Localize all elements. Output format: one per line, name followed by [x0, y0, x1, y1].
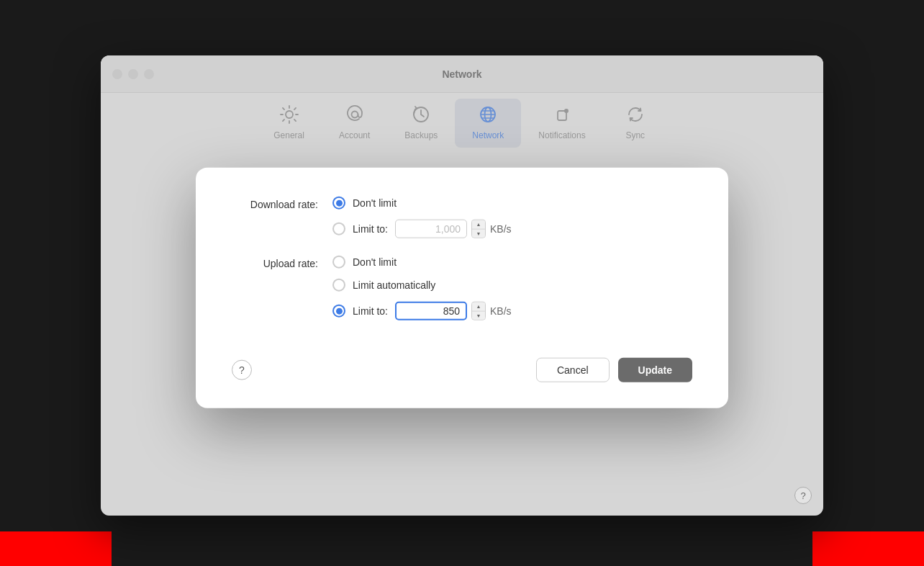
ul-dont-limit-text: Don't limit	[353, 256, 397, 268]
dl-limit-input[interactable]	[395, 220, 467, 238]
dl-stepper-down[interactable]: ▼	[472, 229, 485, 238]
ul-stepper-up[interactable]: ▲	[472, 302, 485, 312]
ul-limit-auto-radio[interactable]	[332, 279, 345, 292]
dialog-content: Download rate: Don't limit Limit to: ▲ ▼	[232, 197, 692, 382]
dl-limit-input-group: ▲ ▼ KB/s	[395, 220, 512, 238]
ul-unit: KB/s	[490, 305, 512, 317]
download-rate-section: Download rate: Don't limit Limit to: ▲ ▼	[232, 197, 692, 238]
upload-options: Don't limit Limit automatically Limit to…	[332, 256, 512, 320]
download-options: Don't limit Limit to: ▲ ▼ KB/s	[332, 197, 512, 238]
dl-stepper[interactable]: ▲ ▼	[471, 220, 486, 238]
network-dialog: Download rate: Don't limit Limit to: ▲ ▼	[196, 168, 728, 408]
dl-dont-limit-row[interactable]: Don't limit	[332, 197, 512, 210]
help-icon: ?	[239, 364, 245, 376]
update-button[interactable]: Update	[618, 358, 692, 382]
button-group: Cancel Update	[536, 358, 692, 382]
ul-limit-input[interactable]	[395, 302, 467, 320]
ul-limit-auto-row[interactable]: Limit automatically	[332, 279, 512, 292]
ul-stepper[interactable]: ▲ ▼	[471, 302, 486, 320]
upload-rate-label: Upload rate:	[232, 256, 332, 269]
dl-dont-limit-text: Don't limit	[353, 197, 397, 209]
ul-limit-input-group: ▲ ▼ KB/s	[395, 302, 512, 320]
ul-stepper-down[interactable]: ▼	[472, 311, 485, 320]
cancel-button[interactable]: Cancel	[536, 358, 610, 382]
ul-limit-to-text: Limit to:	[353, 305, 388, 317]
help-button[interactable]: ?	[232, 360, 252, 380]
red-bar-right	[812, 531, 924, 566]
red-bar-left	[0, 531, 112, 566]
dl-limit-to-text: Limit to:	[353, 223, 388, 235]
ul-limit-to-radio[interactable]	[332, 305, 345, 318]
dialog-footer: ? Cancel Update	[232, 358, 692, 382]
dl-stepper-up[interactable]: ▲	[472, 220, 485, 230]
dl-dont-limit-radio[interactable]	[332, 197, 345, 210]
ul-dont-limit-row[interactable]: Don't limit	[332, 256, 512, 269]
download-rate-label: Download rate:	[232, 197, 332, 210]
dl-unit: KB/s	[490, 223, 512, 235]
ul-limit-auto-text: Limit automatically	[353, 279, 435, 291]
upload-rate-section: Upload rate: Don't limit Limit automatic…	[232, 256, 692, 320]
ul-limit-to-row[interactable]: Limit to: ▲ ▼ KB/s	[332, 302, 512, 320]
ul-dont-limit-radio[interactable]	[332, 256, 345, 269]
background-help-button[interactable]: ?	[794, 487, 812, 504]
dl-limit-to-radio[interactable]	[332, 223, 345, 235]
dl-limit-to-row[interactable]: Limit to: ▲ ▼ KB/s	[332, 220, 512, 238]
